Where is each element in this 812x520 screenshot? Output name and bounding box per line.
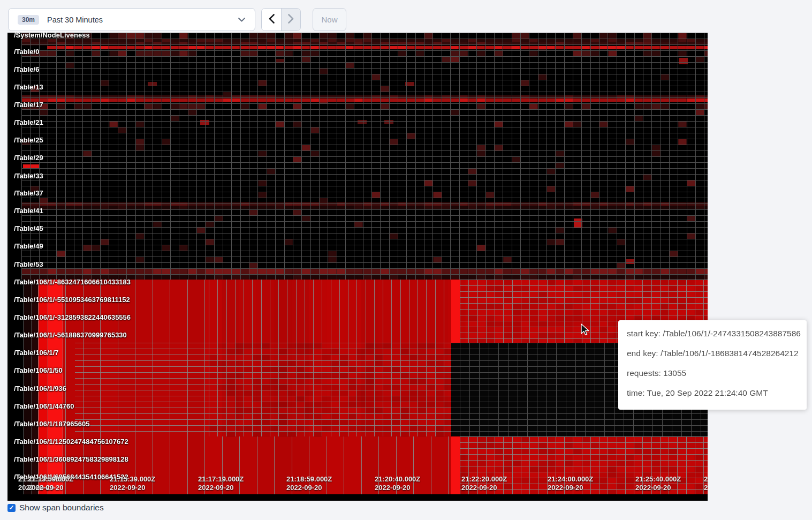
time-window-dropdown[interactable]: 30m Past 30 Minutes — [8, 8, 255, 31]
show-span-boundaries-control: ✓ Show span boundaries — [7, 503, 104, 513]
now-button[interactable]: Now — [313, 8, 346, 31]
time-window-badge: 30m — [18, 15, 39, 25]
key-visualizer-page: 30m Past 30 Minutes Now /System/NodeLive… — [0, 0, 812, 520]
tooltip-end-key: end key: /Table/106/1/-18683814745282642… — [627, 347, 798, 359]
pan-right-button[interactable] — [281, 9, 300, 31]
key-visualizer-heatmap[interactable]: /System/NodeLiveness/Table/0/Table/6/Tab… — [7, 33, 708, 501]
pan-left-button[interactable] — [262, 9, 281, 31]
time-window-label: Past 30 Minutes — [47, 16, 238, 24]
time-pan-button-group — [261, 8, 301, 31]
tooltip-requests: requests: 13055 — [627, 367, 798, 379]
checkbox-checked-icon[interactable]: ✓ — [7, 504, 16, 512]
chevron-left-icon — [269, 14, 275, 25]
tooltip-time: time: Tue, 20 Sep 2022 21:24:40 GMT — [627, 387, 798, 399]
chevron-right-icon — [288, 14, 294, 25]
tooltip-start-key: start key: /Table/106/1/-247433150824388… — [627, 327, 798, 340]
heatmap-canvas[interactable] — [7, 33, 708, 501]
chevron-down-icon — [238, 18, 245, 22]
hover-tooltip: start key: /Table/106/1/-247433150824388… — [618, 320, 807, 410]
show-span-boundaries-label: Show span boundaries — [19, 503, 104, 513]
